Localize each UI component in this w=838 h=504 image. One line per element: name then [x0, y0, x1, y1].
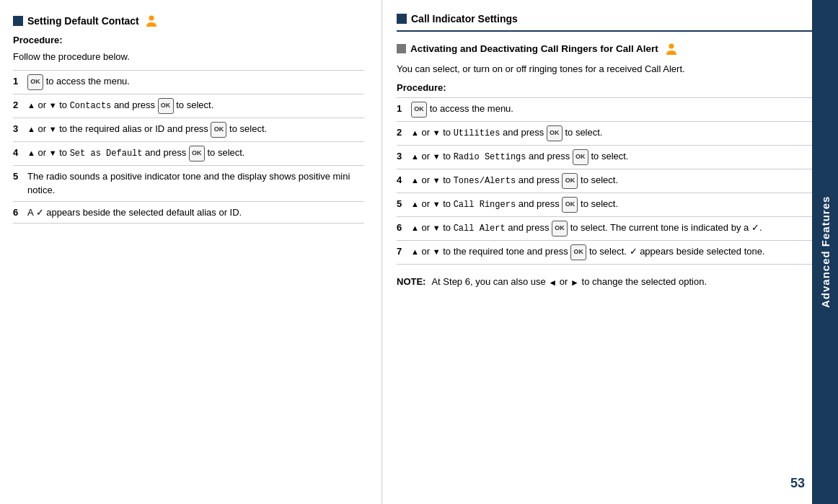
ok-button-icon: OK	[562, 173, 578, 189]
right-step-6-content: ▲ or ▼ to Call Alert and press OK to sel…	[411, 221, 831, 236]
ok-button-icon: OK	[547, 125, 563, 141]
left-step-4: 4 ▲ or ▼ to Set as Default and press OK …	[13, 142, 364, 166]
right-step-7-num: 7	[397, 244, 408, 259]
left-steps: 1 OK to access the menu. 2 ▲ or ▼ to Con…	[13, 70, 364, 224]
ok-button-icon: OK	[573, 149, 588, 165]
right-step-5-content: ▲ or ▼ to Call Ringers and press OK to s…	[411, 197, 831, 213]
left-panel: Setting Default Contact Procedure: Follo…	[0, 0, 382, 504]
left-intro-text: Follow the procedure below.	[13, 50, 364, 64]
right-step-1: 1 OK to access the menu.	[397, 97, 831, 122]
left-step-3: 3 ▲ or ▼ to the required alias or ID and…	[13, 118, 364, 142]
up-arrow-icon: ▲	[411, 151, 419, 163]
right-section-heading: Call Indicator Settings	[397, 13, 831, 25]
ok-button-icon: OK	[211, 122, 226, 138]
right-step-6-num: 6	[397, 221, 408, 235]
svg-point-1	[669, 44, 674, 49]
left-step-5-content: The radio sounds a positive indicator to…	[27, 169, 364, 198]
down-arrow-icon: ▼	[433, 222, 441, 234]
left-procedure-label: Procedure:	[13, 35, 364, 45]
left-step-5-num: 5	[13, 169, 25, 184]
up-arrow-icon: ▲	[27, 100, 35, 112]
ok-button-icon: OK	[411, 102, 427, 118]
right-step-1-num: 1	[397, 102, 408, 116]
right-step-1-content: OK to access the menu.	[411, 102, 831, 118]
right-step-4-num: 4	[397, 173, 408, 187]
tri-left-icon: ◄	[548, 277, 557, 287]
right-panel: Call Indicator Settings Activating and D…	[382, 0, 838, 504]
up-arrow-icon: ▲	[411, 222, 419, 234]
down-arrow-icon: ▼	[433, 127, 441, 139]
note-label: NOTE:	[397, 275, 425, 289]
page-number: 53	[790, 476, 805, 491]
ok-button-icon: OK	[562, 197, 578, 213]
left-step-2: 2 ▲ or ▼ to Contacts and press OK to sel…	[13, 94, 364, 118]
down-arrow-icon: ▼	[433, 174, 441, 187]
up-arrow-icon: ▲	[27, 147, 35, 159]
left-step-3-num: 3	[13, 122, 25, 136]
right-step-5: 5 ▲ or ▼ to Call Ringers and press OK to…	[397, 193, 831, 217]
left-step-4-content: ▲ or ▼ to Set as Default and press OK to…	[27, 146, 364, 162]
side-tab: Advanced Features	[812, 0, 838, 504]
right-person-icon	[664, 42, 679, 56]
right-intro-text: You can select, or turn on or off ringin…	[397, 62, 831, 76]
note-section: NOTE: At Step 6, you can also use ◄ or ►…	[397, 275, 831, 289]
heading-divider	[397, 30, 831, 32]
checkmark-icon: ✓	[751, 222, 759, 233]
sub-section-icon	[397, 44, 406, 53]
svg-point-0	[149, 16, 154, 21]
down-arrow-icon: ▼	[49, 147, 57, 159]
left-step-1-num: 1	[13, 74, 25, 89]
right-step-7: 7 ▲ or ▼ to the required tone and press …	[397, 241, 831, 265]
down-arrow-icon: ▼	[433, 246, 441, 258]
right-procedure-label: Procedure:	[397, 82, 831, 93]
ok-button-icon: OK	[552, 221, 568, 236]
down-arrow-icon: ▼	[433, 151, 441, 163]
left-person-icon	[144, 13, 159, 29]
right-section-title: Call Indicator Settings	[411, 13, 518, 25]
checkmark-icon: ✓	[36, 207, 44, 218]
right-step-7-content: ▲ or ▼ to the required tone and press OK…	[411, 244, 831, 260]
left-step-6-content: A ✓ appears beside the selected default …	[27, 205, 364, 220]
right-sub-heading: Activating and Deactivating Call Ringers…	[397, 42, 831, 56]
right-step-4: 4 ▲ or ▼ to Tones/Alerts and press OK to…	[397, 169, 831, 193]
down-arrow-icon: ▼	[433, 198, 441, 211]
left-section-title: Setting Default Contact	[27, 15, 139, 27]
left-section-icon	[13, 16, 23, 26]
left-step-6-num: 6	[13, 205, 25, 220]
left-step-1: 1 OK to access the menu.	[13, 70, 364, 94]
down-arrow-icon: ▼	[49, 123, 57, 136]
left-step-4-num: 4	[13, 146, 25, 160]
left-step-2-num: 2	[13, 98, 25, 112]
right-step-2-num: 2	[397, 125, 408, 140]
left-step-2-content: ▲ or ▼ to Contacts and press OK to selec…	[27, 98, 364, 114]
up-arrow-icon: ▲	[411, 198, 419, 211]
right-step-5-num: 5	[397, 197, 408, 211]
ok-button-icon: OK	[27, 74, 43, 90]
right-sub-section-title: Activating and Deactivating Call Ringers…	[410, 42, 679, 56]
right-step-3-content: ▲ or ▼ to Radio Settings and press OK to…	[411, 149, 831, 165]
checkmark-icon: ✓	[630, 246, 638, 257]
note-text: At Step 6, you can also use ◄ or ► to ch…	[431, 275, 707, 289]
right-steps: 1 OK to access the menu. 2 ▲ or ▼ to Uti…	[397, 97, 831, 265]
tri-right-icon: ►	[570, 277, 579, 287]
right-step-2-content: ▲ or ▼ to Utilities and press OK to sele…	[411, 125, 831, 141]
left-step-1-content: OK to access the menu.	[27, 74, 364, 90]
left-step-5: 5 The radio sounds a positive indicator …	[13, 166, 364, 202]
right-step-3: 3 ▲ or ▼ to Radio Settings and press OK …	[397, 146, 831, 169]
ok-button-icon: OK	[570, 244, 586, 260]
up-arrow-icon: ▲	[27, 123, 35, 136]
up-arrow-icon: ▲	[411, 174, 419, 187]
down-arrow-icon: ▼	[49, 100, 57, 112]
right-step-4-content: ▲ or ▼ to Tones/Alerts and press OK to s…	[411, 173, 831, 189]
left-step-6: 6 A ✓ appears beside the selected defaul…	[13, 202, 364, 224]
up-arrow-icon: ▲	[411, 127, 419, 139]
right-step-2: 2 ▲ or ▼ to Utilities and press OK to se…	[397, 122, 831, 146]
up-arrow-icon: ▲	[411, 246, 419, 258]
ok-button-icon: OK	[158, 98, 174, 114]
left-step-3-content: ▲ or ▼ to the required alias or ID and p…	[27, 122, 364, 138]
right-step-6: 6 ▲ or ▼ to Call Alert and press OK to s…	[397, 217, 831, 241]
right-step-3-num: 3	[397, 149, 408, 164]
right-section-icon	[397, 14, 407, 24]
left-section-heading: Setting Default Contact	[13, 13, 364, 29]
ok-button-icon: OK	[189, 146, 205, 162]
